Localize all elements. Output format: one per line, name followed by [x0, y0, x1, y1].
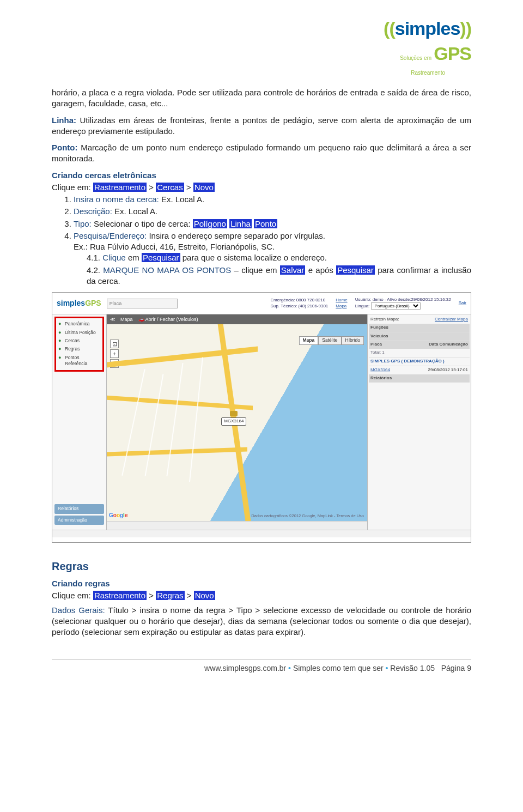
nav-rastreamento-2: Rastreamento [93, 591, 147, 600]
mapbar-abrir[interactable]: Abrir / Fechar (Veículos) [145, 317, 198, 322]
clique-regras: Clique em: Rastreamento > Regras > Novo [52, 590, 471, 601]
panel-funcoes[interactable]: Funções [369, 324, 470, 332]
sidebar-item-cercas[interactable]: Cercas [57, 337, 101, 345]
lang-select[interactable]: Português (Brasil) [371, 302, 421, 310]
step-4-1: 4.1. Clique em Pesquisar para que o sist… [87, 252, 471, 263]
search-placa-input[interactable] [107, 299, 178, 308]
sidebar: Panorâmica Última Posição Cercas Regras … [52, 314, 107, 530]
panel-relatorios[interactable]: Relatórios [369, 374, 470, 383]
sidebar-highlight: Panorâmica Última Posição Cercas Regras … [54, 317, 104, 372]
tipo-linha: Linha [229, 219, 252, 228]
btn-pesquisar: Pesquisar [142, 253, 180, 262]
map-type-switch[interactable]: Mapa Satélite Híbrido [299, 336, 364, 344]
section-regras: Criando regras [52, 578, 471, 589]
step-2: Descrição: Ex. Local A. [74, 206, 471, 217]
link-sair[interactable]: Sair [459, 300, 466, 306]
logo-sub1: Soluções em [400, 55, 431, 61]
vehicle-row[interactable]: MGX316429/08/2012 15:17:01 [369, 366, 470, 374]
logo-brand: simples [395, 18, 460, 39]
linha-label: Linha: [52, 116, 76, 125]
intro-para: horário, a placa e a regra violada. Pode… [52, 87, 471, 110]
nav-rastreamento: Rastreamento [93, 183, 147, 192]
linha-para: Linha: Utilizadas em áreas de fronteiras… [52, 115, 471, 137]
app-topbar: simplesGPS Emergência: 0800 728 0210 Sup… [52, 293, 471, 314]
link-centralizar[interactable]: Centralizar Mapa [435, 317, 468, 323]
logo-gps: GPS [434, 43, 471, 64]
sidebar-item-regras[interactable]: Regras [57, 345, 101, 353]
right-panel: Refresh Mapa: Centralizar Mapa Funções V… [367, 314, 471, 530]
google-logo: Google [109, 512, 127, 519]
panel-veiculos[interactable]: Veículos [369, 332, 470, 341]
btn-pesquisar-2: Pesquisar [336, 265, 375, 275]
suporte-text: Sup. Técnico: (48) 2106-9301 [271, 304, 329, 309]
link-home[interactable]: Home [336, 298, 347, 303]
tipo-ponto: Ponto [254, 219, 277, 228]
section-cercas: Criando cercas eletrônicas [52, 170, 471, 181]
ponto-para: Ponto: Marcação de um ponto num endereço… [52, 142, 471, 165]
map-attribution: Dados cartográficos ©2012 Google, MapLin… [251, 513, 364, 519]
emergencia-text: Emergência: 0800 728 0210 [271, 298, 329, 303]
total-row: Total: 1 [369, 349, 470, 357]
ponto-label: Ponto: [52, 143, 77, 152]
map-toolbar: ≪ Mapa 🚗 Abrir / Fechar (Veículos) [107, 314, 367, 324]
dados-gerais-para: Dados Gerais: Título > insira o nome da … [52, 605, 471, 638]
steps-list: Insira o nome da cerca: Ex. Local A. Des… [74, 194, 471, 287]
heading-regras: Regras [52, 559, 471, 574]
nav-cercas: Cercas [156, 183, 184, 192]
app-screenshot: simplesGPS Emergência: 0800 728 0210 Sup… [52, 292, 471, 543]
sidebar-item-ultima[interactable]: Última Posição [57, 329, 101, 337]
sidebar-admin[interactable]: Administração [54, 516, 104, 525]
nav-regras: Regras [156, 591, 184, 600]
sidebar-item-panoramica[interactable]: Panorâmica [57, 320, 101, 328]
sidebar-item-pontos[interactable]: Pontos Referência [57, 354, 101, 368]
car-icon [230, 411, 238, 416]
btn-salvar: Salvar [280, 265, 306, 275]
app-logo: simplesGPS [57, 298, 101, 308]
sidebar-relatorios[interactable]: Relatórios [54, 504, 104, 513]
step-1: Insira o nome da cerca: Ex. Local A. [74, 194, 471, 205]
tipo-poligono: Polígono [193, 219, 227, 228]
step-4: Pesquisa/Endereço: Insira o endereço sem… [74, 231, 471, 287]
mapbar-mapa[interactable]: Mapa [120, 316, 133, 323]
step-3: Tipo: Selecionar o tipo de cerca: Polígo… [74, 219, 471, 229]
link-mapa[interactable]: Mapa [336, 304, 347, 309]
nav-novo-2: Novo [194, 591, 215, 600]
clique-cercas: Clique em: Rastreamento > Cercas > Novo [52, 182, 471, 193]
map-canvas[interactable]: ⊡ + − Mapa Satélite Híbrido MGX3164 [107, 324, 367, 521]
page-footer: www.simplesgps.com.br • Simples como tem… [52, 659, 471, 674]
demo-row: SIMPLES GPS ( DEMONSTRAÇÃO ) [369, 357, 470, 366]
header-logo: ((simples)) Soluções em GPS Rastreamento [52, 16, 471, 77]
vehicle-marker[interactable]: MGX3164 [221, 411, 246, 426]
usuario-text: Usuário: demo - Ativo desde:29/08/2012 1… [355, 297, 451, 302]
nav-novo: Novo [193, 183, 215, 192]
zoom-in-icon: + [110, 349, 119, 358]
logo-sub2: Rastreamento [411, 70, 445, 76]
zoom-reset-icon: ⊡ [110, 340, 119, 348]
step-4-2: 4.2. MARQUE NO MAPA OS PONTOS – clique e… [87, 265, 471, 287]
